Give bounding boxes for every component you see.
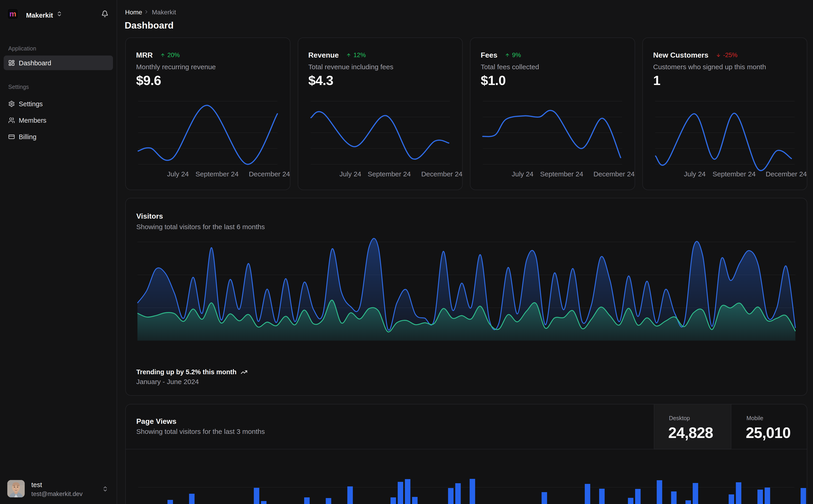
svg-text:m: m	[9, 9, 16, 18]
